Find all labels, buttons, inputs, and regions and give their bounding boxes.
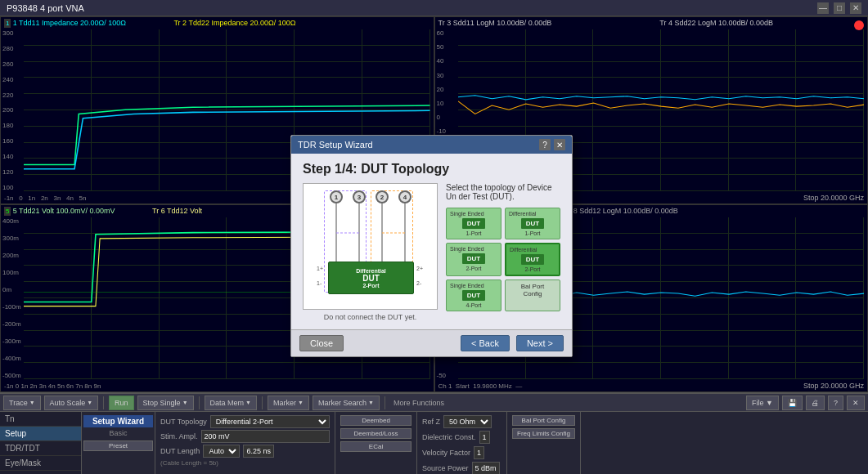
stop-single-btn[interactable]: Stop Single ▼ xyxy=(137,396,194,410)
ref-z-label: Ref Z xyxy=(422,418,440,426)
vel-factor-row: Velocity Factor 1 xyxy=(422,446,501,459)
red-dot xyxy=(854,20,864,30)
chart-br-label2: Tr 8 Sdd12 LogM 10.00dB/ 0.00dB xyxy=(564,207,678,215)
setup-fields-panel: DUT Topology Differential 2-Port Stim. A… xyxy=(155,412,335,474)
port-1: 1 xyxy=(330,190,343,203)
wizard-titlebar: TDR Setup Wizard ? ✕ xyxy=(291,136,572,154)
wizard-next-btn[interactable]: Next > xyxy=(516,335,564,351)
wizard-description: Select the topology of Device Un der Tes… xyxy=(446,183,560,201)
topo-bal-port[interactable]: Bal PortConfig xyxy=(505,279,560,311)
chart-tl-label2: Tr 2 Tdd22 Impedance 20.00Ω/ 100Ω xyxy=(173,19,295,27)
app-title: P93848 4 port VNA xyxy=(7,3,84,13)
deembed-btn[interactable]: Deembed xyxy=(340,415,412,426)
port-label-1plus: 1+ xyxy=(317,266,323,271)
deembed-loss-btn[interactable]: Deembed/Loss xyxy=(340,428,412,439)
stim-row: Stim. Ampl. 200 mV xyxy=(160,430,330,443)
chart-bl-label1: Tr 5 Tdd21 Volt 100.0mV/ 0.00mV xyxy=(4,207,115,215)
topology-row: DUT Topology Differential 2-Port xyxy=(160,415,330,428)
diel-const-value: 1 xyxy=(479,431,490,444)
save-icon-btn[interactable]: 💾 xyxy=(782,396,803,410)
setup-wizard-panel: Setup Wizard Basic Preset xyxy=(82,412,155,474)
wizard-step-title: Step 1/4: DUT Topology xyxy=(303,162,560,177)
toolbar-main: Tn Setup TDR/TDT Eye/Mask Setup Wizard B… xyxy=(0,412,868,474)
dut-length-select[interactable]: Auto xyxy=(203,445,240,458)
sep4 xyxy=(385,396,385,409)
title-bar-controls[interactable]: — □ ✕ xyxy=(817,2,861,14)
toolbar-spacer xyxy=(581,412,868,474)
chart-tr-stop: Stop 20.0000 GHz xyxy=(803,194,864,202)
wizard-footer: Close < Back Next > xyxy=(291,329,572,356)
topo-se-4port[interactable]: Single Ended DUT 4-Port xyxy=(446,279,501,311)
file-btn[interactable]: File ▼ xyxy=(746,396,779,410)
tab-eye-mask[interactable]: Eye/Mask xyxy=(0,456,81,471)
dut-main-box: Differential DUT 2-Port xyxy=(328,262,414,294)
more-functions-label: More Functions xyxy=(390,399,447,407)
tab-tdr-tdt[interactable]: TDR/TDT xyxy=(0,441,81,456)
data-mem-btn[interactable]: Data Mem ▼ xyxy=(205,396,257,410)
marker-search-btn[interactable]: Marker Search ▼ xyxy=(313,396,380,410)
topo-se2-bottom-label: 2-Port xyxy=(450,266,497,271)
ref-z-select[interactable]: 50 Ohm xyxy=(443,415,492,428)
wizard-back-btn[interactable]: < Back xyxy=(461,335,510,351)
topo-diff2-dut: DUT xyxy=(521,254,544,265)
wizard-close-btn[interactable]: Close xyxy=(299,335,344,351)
topo-diff-1port[interactable]: Differential DUT 1-Port xyxy=(505,208,560,239)
trace-btn[interactable]: Trace ▼ xyxy=(3,396,41,410)
tab-setup[interactable]: Setup xyxy=(0,427,81,441)
auto-scale-btn[interactable]: Auto Scale ▼ xyxy=(44,396,98,410)
wizard-topology-area: Select the topology of Device Un der Tes… xyxy=(446,183,560,321)
wizard-close-icon[interactable]: ✕ xyxy=(554,139,565,150)
bal-port-config-btn[interactable]: Bal Port Config xyxy=(512,415,575,426)
ref-z-row: Ref Z 50 Ohm xyxy=(422,415,501,428)
nav-tabs: Tn Setup TDR/TDT Eye/Mask xyxy=(0,412,81,471)
topo-se4-top-label: Single Ended xyxy=(450,283,497,288)
diel-const-row: Dielectric Const. 1 xyxy=(422,431,501,444)
close-btn[interactable]: ✕ xyxy=(850,2,861,14)
dut-length-hint: (Cable Length = 5b) xyxy=(160,459,330,467)
sep1 xyxy=(103,396,104,409)
wizard-diagram: 1 3 2 4 xyxy=(303,183,438,310)
minimize-btn[interactable]: — xyxy=(817,2,829,14)
topology-grid: Single Ended DUT 1-Port Differential DUT… xyxy=(446,208,560,311)
port-3: 3 xyxy=(353,190,366,203)
setup-wizard-btn[interactable]: Setup Wizard xyxy=(83,415,153,427)
src-power-label: Source Power xyxy=(422,464,469,472)
topology-select[interactable]: Differential 2-Port xyxy=(210,415,330,428)
chart-br-stop: Stop 20.0000 GHz xyxy=(803,382,864,390)
topo-se4-dut: DUT xyxy=(462,290,485,301)
sep2 xyxy=(199,396,200,409)
vel-factor-value: 1 xyxy=(474,446,484,459)
marker-btn[interactable]: Marker ▼ xyxy=(268,396,309,410)
chart-tr-label2: Tr 4 Sdd22 LogM 10.00dB/ 0.00dB xyxy=(659,19,773,27)
maximize-btn[interactable]: □ xyxy=(834,2,845,14)
wizard-body: Step 1/4: DUT Topology 1 3 2 4 xyxy=(291,154,572,329)
print-btn[interactable]: 🖨 xyxy=(806,396,825,410)
close-app-btn[interactable]: ✕ xyxy=(847,396,865,410)
topology-label: DUT Topology xyxy=(160,418,207,426)
dut-length-value: 6.25 ns xyxy=(243,445,274,458)
dut-length-row: DUT Length Auto 6.25 ns xyxy=(160,445,330,458)
topo-se-1port[interactable]: Single Ended DUT 1-Port xyxy=(446,208,501,239)
freq-limits-config-btn[interactable]: Freq Limits Config xyxy=(512,428,575,439)
tab-tn[interactable]: Tn xyxy=(0,412,81,427)
wizard-help-btn[interactable]: ? xyxy=(539,139,551,150)
topo-diff1-top-label: Differential xyxy=(509,211,556,217)
ecal-btn[interactable]: ECal xyxy=(340,441,412,452)
preset-btn[interactable]: Preset xyxy=(83,440,153,451)
dut-label: DUT xyxy=(362,274,380,283)
topo-se2-top-label: Single Ended xyxy=(450,246,497,252)
run-btn[interactable]: Run xyxy=(109,396,134,410)
topo-diff-2port[interactable]: Differential DUT 2-Port xyxy=(505,243,560,276)
port-label-2minus: 2- xyxy=(416,280,421,286)
stim-value: 200 mV xyxy=(201,430,330,443)
topo-bal-label: Bal PortConfig xyxy=(509,283,556,297)
topo-diff1-dut: DUT xyxy=(521,218,544,229)
chart-bl-yaxis: 400m300m200m100m0m -100m-200m-300m-400m-… xyxy=(2,217,21,379)
left-nav-panel: Tn Setup TDR/TDT Eye/Mask xyxy=(0,412,82,474)
topo-se-2port[interactable]: Single Ended DUT 2-Port xyxy=(446,243,501,276)
help-btn[interactable]: ? xyxy=(828,396,843,410)
tdr-wizard-dialog: TDR Setup Wizard ? ✕ Step 1/4: DUT Topol… xyxy=(290,135,573,357)
wizard-title: TDR Setup Wizard xyxy=(298,140,373,150)
chart-tl-yaxis: 300280260240220 200180160140120100 xyxy=(2,29,13,191)
topo-diff2-bottom-label: 2-Port xyxy=(510,266,555,272)
